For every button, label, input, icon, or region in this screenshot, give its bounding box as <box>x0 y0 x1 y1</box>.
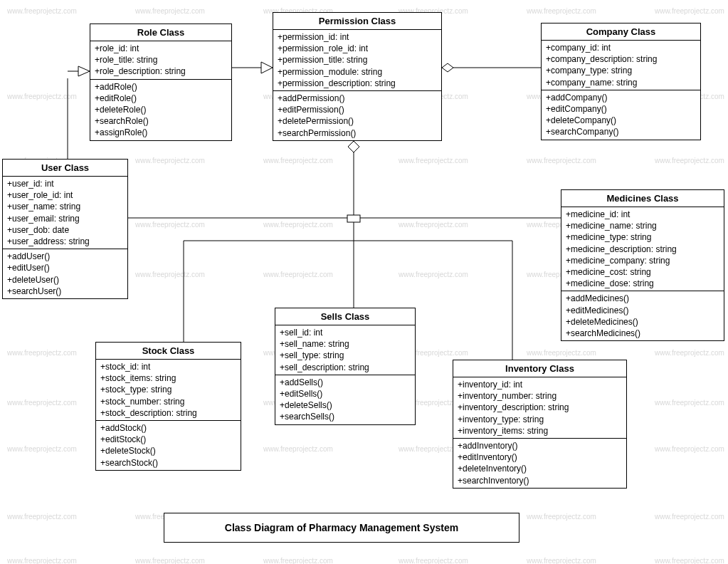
class-member: +deleteRole() <box>95 104 227 115</box>
class-member: +medicine_company: string <box>566 255 719 266</box>
watermark-text: www.freeprojectz.com <box>655 399 724 407</box>
class-member: +stock_description: string <box>100 407 236 419</box>
class-member: +role_description: string <box>95 66 227 77</box>
class-member: +inventory_type: string <box>458 414 622 425</box>
class-attrs: +company_id: int+company_description: st… <box>542 41 700 90</box>
watermark-text: www.freeprojectz.com <box>655 7 724 15</box>
class-stock: Stock Class +stock_id: int+stock_items: … <box>95 342 241 471</box>
class-member: +addPermission() <box>278 93 437 104</box>
class-title: Medicines Class <box>561 190 724 207</box>
class-member: +user_email: string <box>7 213 123 224</box>
watermark-text: www.freeprojectz.com <box>527 7 596 15</box>
watermark-text: www.freeprojectz.com <box>263 221 333 229</box>
class-member: +inventory_number: string <box>458 390 622 402</box>
class-member: +deleteSells() <box>280 400 411 411</box>
class-sells: Sells Class +sell_id: int+sell_name: str… <box>275 308 416 425</box>
class-member: +stock_items: string <box>100 372 236 384</box>
class-attrs: +permission_id: int+permission_role_id: … <box>273 30 441 91</box>
watermark-text: www.freeprojectz.com <box>7 399 77 407</box>
watermark-text: www.freeprojectz.com <box>263 157 333 164</box>
class-methods: +addSells()+editSells()+deleteSells()+se… <box>275 375 415 424</box>
class-title: Sells Class <box>275 308 415 325</box>
class-member: +addInventory() <box>458 440 622 451</box>
class-title: Role Class <box>90 24 231 41</box>
class-title: Inventory Class <box>453 360 626 377</box>
class-member: +sell_description: string <box>280 362 411 373</box>
class-member: +sell_id: int <box>280 327 411 338</box>
watermark-text: www.freeprojectz.com <box>7 445 77 453</box>
class-member: +addSells() <box>280 377 411 388</box>
class-member: +editRole() <box>95 93 227 104</box>
class-member: +editStock() <box>100 434 236 445</box>
class-member: +addUser() <box>7 251 123 262</box>
class-user: User Class +user_id: int+user_role_id: i… <box>2 159 128 299</box>
watermark-text: www.freeprojectz.com <box>263 445 333 453</box>
class-member: +medicine_dose: string <box>566 278 719 289</box>
class-member: +sell_name: string <box>280 338 411 350</box>
class-member: +addStock() <box>100 422 236 434</box>
class-company: Company Class +company_id: int+company_d… <box>541 23 701 140</box>
watermark-text: www.freeprojectz.com <box>135 157 205 164</box>
watermark-text: www.freeprojectz.com <box>7 93 77 100</box>
watermark-text: www.freeprojectz.com <box>527 349 596 357</box>
class-member: +addMedicines() <box>566 293 719 304</box>
class-member: +deleteMedicines() <box>566 316 719 328</box>
watermark-text: www.freeprojectz.com <box>263 271 333 278</box>
class-methods: +addRole()+editRole()+deleteRole()+searc… <box>90 80 231 140</box>
class-member: +user_id: int <box>7 178 123 189</box>
watermark-text: www.freeprojectz.com <box>527 557 596 564</box>
class-methods: +addInventory()+editInventory()+deleteIn… <box>453 439 626 488</box>
class-member: +searchInventory() <box>458 475 622 486</box>
class-member: +company_type: string <box>546 65 696 76</box>
class-member: +user_name: string <box>7 201 123 212</box>
class-member: +company_description: string <box>546 53 696 65</box>
class-member: +stock_type: string <box>100 384 236 395</box>
class-member: +stock_number: string <box>100 396 236 407</box>
class-member: +assignRole() <box>95 127 227 138</box>
watermark-text: www.freeprojectz.com <box>135 271 205 278</box>
class-member: +editMedicines() <box>566 305 719 316</box>
class-member: +user_address: string <box>7 236 123 247</box>
svg-marker-3 <box>78 66 90 76</box>
watermark-text: www.freeprojectz.com <box>655 513 724 521</box>
class-member: +deleteCompany() <box>546 115 696 126</box>
class-member: +sell_type: string <box>280 350 411 361</box>
svg-rect-12 <box>347 215 360 222</box>
watermark-text: www.freeprojectz.com <box>399 221 468 229</box>
class-methods: +addMedicines()+editMedicines()+deleteMe… <box>561 291 724 340</box>
class-member: +permission_description: string <box>278 78 437 89</box>
class-member: +inventory_id: int <box>458 379 622 390</box>
watermark-text: www.freeprojectz.com <box>655 157 724 164</box>
watermark-text: www.freeprojectz.com <box>399 157 468 164</box>
watermark-text: www.freeprojectz.com <box>263 557 333 564</box>
class-member: +inventory_items: string <box>458 425 622 437</box>
class-attrs: +inventory_id: int+inventory_number: str… <box>453 377 626 439</box>
class-member: +editInventory() <box>458 451 622 463</box>
watermark-text: www.freeprojectz.com <box>399 557 468 564</box>
class-member: +medicine_type: string <box>566 231 719 243</box>
class-attrs: +medicine_id: int+medicine_name: string+… <box>561 207 724 291</box>
class-member: +permission_module: string <box>278 66 437 78</box>
class-member: +editPermission() <box>278 104 437 115</box>
watermark-text: www.freeprojectz.com <box>655 445 724 453</box>
class-member: +searchSells() <box>280 411 411 422</box>
class-member: +searchMedicines() <box>566 328 719 339</box>
class-attrs: +role_id: int+role_title: string+role_de… <box>90 41 231 80</box>
class-methods: +addCompany()+editCompany()+deleteCompan… <box>542 90 700 140</box>
class-member: +role_id: int <box>95 43 227 54</box>
class-attrs: +sell_id: int+sell_name: string+sell_typ… <box>275 325 415 375</box>
class-member: +deleteStock() <box>100 445 236 456</box>
class-methods: +addPermission()+editPermission()+delete… <box>273 91 441 140</box>
class-attrs: +stock_id: int+stock_items: string+stock… <box>96 360 241 421</box>
class-member: +user_role_id: int <box>7 189 123 201</box>
watermark-text: www.freeprojectz.com <box>135 221 205 229</box>
class-member: +user_dob: date <box>7 224 123 236</box>
class-member: +medicine_description: string <box>566 244 719 255</box>
watermark-text: www.freeprojectz.com <box>135 557 205 564</box>
class-title: Stock Class <box>96 343 241 360</box>
watermark-text: www.freeprojectz.com <box>7 7 77 15</box>
class-member: +searchRole() <box>95 115 227 127</box>
class-attrs: +user_id: int+user_role_id: int+user_nam… <box>3 177 127 249</box>
class-member: +addCompany() <box>546 92 696 103</box>
class-methods: +addUser()+editUser()+deleteUser()+searc… <box>3 249 127 298</box>
